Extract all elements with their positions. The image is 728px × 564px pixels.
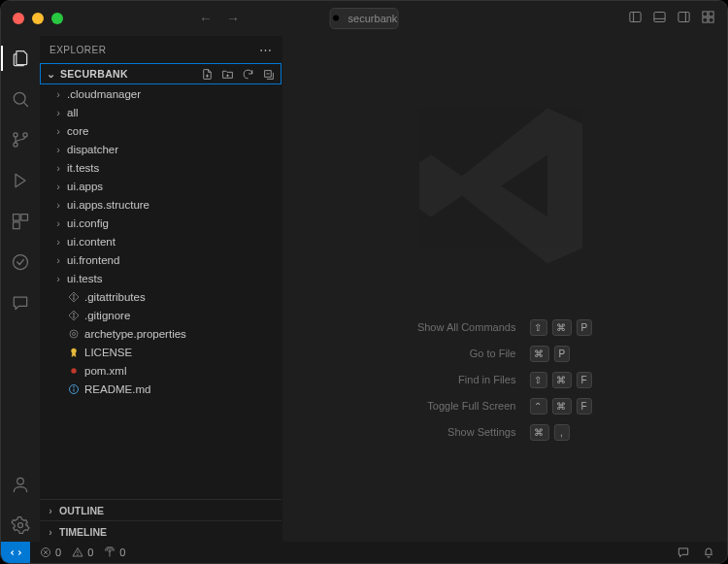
folder-label: ui.frontend [67, 254, 119, 266]
folder-item[interactable]: ›it.tests [44, 158, 281, 177]
project-name: SECURBANK [60, 68, 128, 80]
shortcut-keys: ⌘P [529, 346, 592, 362]
chevron-right-icon: › [53, 181, 63, 192]
chevron-right-icon: › [53, 88, 63, 100]
timeline-section[interactable]: › TIMELINE [40, 520, 281, 542]
file-item[interactable]: .gitignore [44, 306, 281, 324]
gear-icon [11, 515, 30, 535]
activity-explorer[interactable] [1, 42, 40, 75]
activity-search[interactable] [1, 83, 40, 116]
folder-item[interactable]: ›ui.apps [44, 177, 281, 195]
file-item[interactable]: README.md [44, 380, 281, 398]
command-center-search[interactable]: securbank [330, 8, 399, 29]
chevron-right-icon: › [53, 125, 63, 137]
toggle-primary-sidebar-button[interactable] [628, 10, 643, 27]
minimize-window-button[interactable] [32, 13, 44, 24]
folder-item[interactable]: ›ui.frontend [44, 250, 281, 269]
svg-point-42 [74, 386, 75, 387]
activity-source-control[interactable] [1, 123, 40, 156]
feedback-icon[interactable] [677, 546, 690, 559]
folder-item[interactable]: ›ui.content [44, 232, 281, 250]
chevron-right-icon: › [53, 144, 63, 155]
folder-item[interactable]: ›dispatcher [44, 140, 281, 158]
toggle-secondary-sidebar-button[interactable] [677, 10, 691, 27]
file-label: LICENSE [84, 347, 132, 358]
project-section-header[interactable]: ⌄ SECURBANK [40, 63, 281, 84]
search-text: securbank [348, 13, 398, 24]
chevron-right-icon: › [53, 236, 63, 248]
activity-remote-explorer[interactable] [1, 286, 40, 319]
svg-rect-10 [703, 17, 708, 22]
file-icon [67, 382, 81, 396]
activity-accounts[interactable] [1, 468, 40, 501]
file-tree[interactable]: ›.cloudmanager›all›core›dispatcher›it.te… [40, 84, 281, 499]
folder-item[interactable]: ›all [44, 103, 281, 121]
editor-area: Show All Commands⇧⌘PGo to File⌘PFind in … [282, 36, 727, 542]
refresh-button[interactable] [242, 68, 254, 81]
titlebar-layout-controls [628, 10, 715, 27]
outline-section[interactable]: › OUTLINE [40, 499, 281, 520]
activity-extensions[interactable] [1, 205, 40, 238]
folder-label: all [67, 107, 79, 118]
svg-rect-18 [14, 215, 20, 221]
remote-indicator-button[interactable] [1, 542, 30, 563]
activity-run-debug[interactable] [1, 164, 40, 197]
activity-bar [1, 36, 40, 542]
file-item[interactable]: archetype.properties [44, 324, 281, 343]
nav-back-button[interactable]: ← [199, 11, 213, 26]
keycap: ⌘ [529, 346, 548, 362]
svg-line-1 [338, 20, 340, 22]
svg-rect-8 [703, 12, 708, 17]
shortcut-label: Show All Commands [417, 321, 516, 333]
folder-item[interactable]: ›ui.config [44, 214, 281, 232]
folder-item[interactable]: ›core [44, 121, 281, 140]
file-icon [67, 346, 81, 359]
status-errors[interactable]: 0 [36, 547, 65, 558]
activity-testing[interactable] [1, 246, 40, 279]
svg-point-16 [23, 133, 27, 137]
svg-rect-11 [709, 17, 713, 22]
error-count: 0 [55, 547, 61, 558]
activity-settings[interactable] [1, 509, 40, 542]
svg-line-13 [23, 102, 27, 106]
notifications-icon[interactable] [702, 546, 715, 559]
status-warnings[interactable]: 0 [68, 547, 97, 558]
folder-item[interactable]: ›ui.apps.structure [44, 195, 281, 214]
status-ports[interactable]: 0 [100, 547, 129, 558]
file-label: pom.xml [84, 365, 126, 377]
svg-point-34 [73, 316, 75, 318]
customize-layout-button[interactable] [701, 10, 715, 27]
shortcut-label: Toggle Full Screen [417, 400, 516, 412]
keycap: ⌘ [529, 424, 548, 441]
status-left: 0 0 0 [30, 547, 129, 558]
keycap: F [576, 398, 591, 415]
toggle-panel-button[interactable] [652, 10, 667, 27]
file-label: .gitignore [84, 310, 130, 321]
folder-label: it.tests [67, 162, 99, 174]
status-right [677, 546, 727, 559]
svg-point-31 [73, 298, 75, 300]
new-folder-button[interactable] [221, 68, 234, 81]
keycap: ⌘ [551, 372, 571, 388]
close-window-button[interactable] [13, 13, 24, 24]
file-item[interactable]: LICENSE [44, 343, 281, 361]
folder-item[interactable]: ›ui.tests [44, 269, 281, 287]
folder-label: .cloudmanager [67, 88, 141, 100]
nav-forward-button[interactable]: → [226, 11, 240, 26]
chevron-right-icon: › [46, 505, 55, 516]
file-item[interactable]: .gitattributes [44, 287, 281, 306]
new-file-button[interactable] [201, 68, 214, 81]
explorer-header: EXPLORER ⋯ [40, 36, 281, 63]
remote-icon [10, 547, 22, 559]
file-item[interactable]: pom.xml [44, 361, 281, 380]
folder-item[interactable]: ›.cloudmanager [44, 84, 281, 103]
svg-point-47 [78, 554, 79, 555]
collapse-all-button[interactable] [262, 68, 275, 81]
folder-label: ui.apps.structure [67, 199, 149, 211]
explorer-more-button[interactable]: ⋯ [259, 43, 273, 57]
maximize-window-button[interactable] [51, 13, 63, 24]
ports-count: 0 [119, 547, 125, 558]
window-controls [13, 13, 63, 24]
file-icon [67, 290, 81, 304]
file-icon [67, 309, 81, 322]
